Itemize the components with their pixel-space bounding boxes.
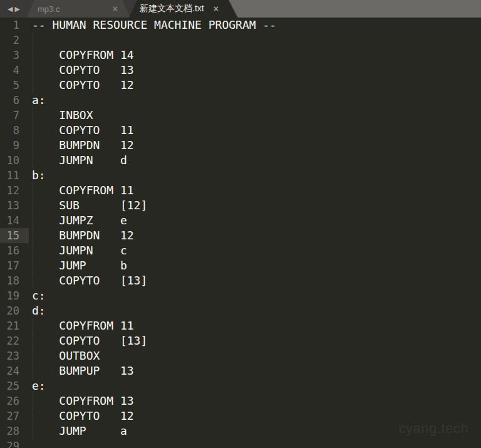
line-number: 18 bbox=[0, 273, 29, 288]
line-number: 22 bbox=[0, 333, 29, 348]
code-line[interactable]: 1-- HUMAN RESOURCE MACHINE PROGRAM -- bbox=[0, 18, 481, 33]
code-text[interactable]: COPYFROM 11 bbox=[29, 318, 134, 333]
code-line[interactable]: 13 SUB [12] bbox=[0, 198, 481, 213]
line-number: 12 bbox=[0, 183, 29, 198]
code-text[interactable]: a: bbox=[29, 93, 46, 108]
line-number: 7 bbox=[0, 108, 29, 123]
code-line[interactable]: 9 BUMPDN 12 bbox=[0, 138, 481, 153]
code-line[interactable]: 22 COPYTO [13] bbox=[0, 333, 481, 348]
code-line[interactable]: 2 bbox=[0, 33, 481, 48]
code-text[interactable]: JUMPZ e bbox=[29, 213, 127, 228]
line-number: 26 bbox=[0, 393, 29, 409]
line-number: 3 bbox=[0, 48, 29, 63]
code-line[interactable]: 11b: bbox=[0, 168, 481, 183]
code-text[interactable]: c: bbox=[29, 288, 46, 303]
line-number: 5 bbox=[0, 78, 29, 93]
code-text[interactable]: COPYTO [13] bbox=[29, 273, 147, 288]
tab-label: 新建文本文档.txt bbox=[140, 3, 204, 14]
code-text[interactable]: COPYFROM 13 bbox=[29, 393, 134, 409]
code-line[interactable]: 7 INBOX bbox=[0, 108, 481, 123]
code-line[interactable]: 21 COPYFROM 11 bbox=[0, 318, 481, 333]
tab-bar: ◀ ▶ mp3.c × 新建文本文档.txt × bbox=[0, 0, 481, 18]
code-line[interactable]: 17 JUMP b bbox=[0, 258, 481, 273]
tab-mp3-c[interactable]: mp3.c × bbox=[26, 0, 130, 18]
close-icon[interactable]: × bbox=[113, 4, 118, 13]
line-number: 13 bbox=[0, 198, 29, 213]
code-line[interactable]: 20d: bbox=[0, 303, 481, 318]
tab-label: mp3.c bbox=[38, 4, 59, 14]
code-line[interactable]: 19c: bbox=[0, 288, 481, 303]
line-number: 4 bbox=[0, 63, 29, 78]
line-number: 28 bbox=[0, 424, 29, 439]
code-line[interactable]: 25e: bbox=[0, 378, 481, 393]
code-text[interactable]: COPYTO 12 bbox=[29, 409, 134, 424]
code-text[interactable]: -- HUMAN RESOURCE MACHINE PROGRAM -- bbox=[29, 18, 276, 33]
line-number: 27 bbox=[0, 409, 29, 424]
code-line[interactable]: 10 JUMPN d bbox=[0, 153, 481, 168]
code-text[interactable] bbox=[29, 33, 32, 48]
line-number: 8 bbox=[0, 123, 29, 138]
line-number: 23 bbox=[0, 348, 29, 363]
line-number: 29 bbox=[0, 439, 29, 448]
code-text[interactable]: OUTBOX bbox=[29, 348, 100, 363]
line-number: 11 bbox=[0, 168, 29, 183]
code-line[interactable]: 18 COPYTO [13] bbox=[0, 273, 481, 288]
line-number: 10 bbox=[0, 153, 29, 168]
line-number: 6 bbox=[0, 93, 29, 108]
line-number: 14 bbox=[0, 213, 29, 228]
line-number: 25 bbox=[0, 378, 29, 393]
code-line[interactable]: 6a: bbox=[0, 93, 481, 108]
code-text[interactable]: JUMP a bbox=[29, 424, 127, 439]
code-line[interactable]: 23 OUTBOX bbox=[0, 348, 481, 363]
code-text[interactable]: JUMPN c bbox=[29, 243, 127, 258]
code-line[interactable]: 5 COPYTO 12 bbox=[0, 78, 481, 93]
code-text[interactable]: INBOX bbox=[29, 108, 93, 123]
line-number: 1 bbox=[0, 18, 29, 33]
tab-new-text-document[interactable]: 新建文本文档.txt × bbox=[129, 0, 237, 18]
code-line[interactable]: 29 bbox=[0, 439, 481, 448]
line-number: 20 bbox=[0, 303, 29, 318]
code-lines: 1-- HUMAN RESOURCE MACHINE PROGRAM --23 … bbox=[0, 18, 481, 448]
code-text[interactable]: BUMPDN 12 bbox=[29, 138, 134, 153]
code-line[interactable]: 15 BUMPDN 12 bbox=[0, 228, 481, 243]
line-number: 15 bbox=[0, 228, 29, 243]
line-number: 24 bbox=[0, 363, 29, 378]
watermark: cyang.tech bbox=[399, 420, 468, 437]
code-line[interactable]: 16 JUMPN c bbox=[0, 243, 481, 258]
line-number: 16 bbox=[0, 243, 29, 258]
code-text[interactable]: e: bbox=[29, 378, 46, 393]
code-text[interactable]: COPYTO 12 bbox=[29, 78, 134, 93]
code-line[interactable]: 8 COPYTO 11 bbox=[0, 123, 481, 138]
code-text[interactable]: COPYFROM 11 bbox=[29, 183, 134, 198]
scroll-left-icon[interactable]: ◀ bbox=[8, 5, 13, 13]
code-text[interactable]: BUMPUP 13 bbox=[29, 363, 134, 378]
code-line[interactable]: 24 BUMPUP 13 bbox=[0, 363, 481, 378]
code-line[interactable]: 4 COPYTO 13 bbox=[0, 63, 481, 78]
code-line[interactable]: 12 COPYFROM 11 bbox=[0, 183, 481, 198]
line-number: 19 bbox=[0, 288, 29, 303]
line-number: 2 bbox=[0, 33, 29, 48]
code-text[interactable] bbox=[29, 439, 32, 448]
code-text[interactable]: COPYTO 11 bbox=[29, 123, 134, 138]
line-number: 9 bbox=[0, 138, 29, 153]
tab-scroll-arrows[interactable]: ◀ ▶ bbox=[0, 0, 28, 18]
code-text[interactable]: b: bbox=[29, 168, 46, 183]
code-line[interactable]: 26 COPYFROM 13 bbox=[0, 393, 481, 409]
code-text[interactable]: COPYFROM 14 bbox=[29, 48, 134, 63]
code-line[interactable]: 14 JUMPZ e bbox=[0, 213, 481, 228]
code-line[interactable]: 3 COPYFROM 14 bbox=[0, 48, 481, 63]
scroll-right-icon[interactable]: ▶ bbox=[15, 5, 20, 13]
line-number: 21 bbox=[0, 318, 29, 333]
code-text[interactable]: SUB [12] bbox=[29, 198, 147, 213]
code-text[interactable]: JUMP b bbox=[29, 258, 127, 273]
code-text[interactable]: COPYTO [13] bbox=[29, 333, 147, 348]
code-text[interactable]: BUMPDN 12 bbox=[29, 228, 134, 243]
code-text[interactable]: COPYTO 13 bbox=[29, 63, 134, 78]
line-number: 17 bbox=[0, 258, 29, 273]
code-text[interactable]: JUMPN d bbox=[29, 153, 127, 168]
code-editor[interactable]: 1-- HUMAN RESOURCE MACHINE PROGRAM --23 … bbox=[0, 18, 481, 448]
code-text[interactable]: d: bbox=[29, 303, 46, 318]
close-icon[interactable]: × bbox=[214, 4, 219, 13]
